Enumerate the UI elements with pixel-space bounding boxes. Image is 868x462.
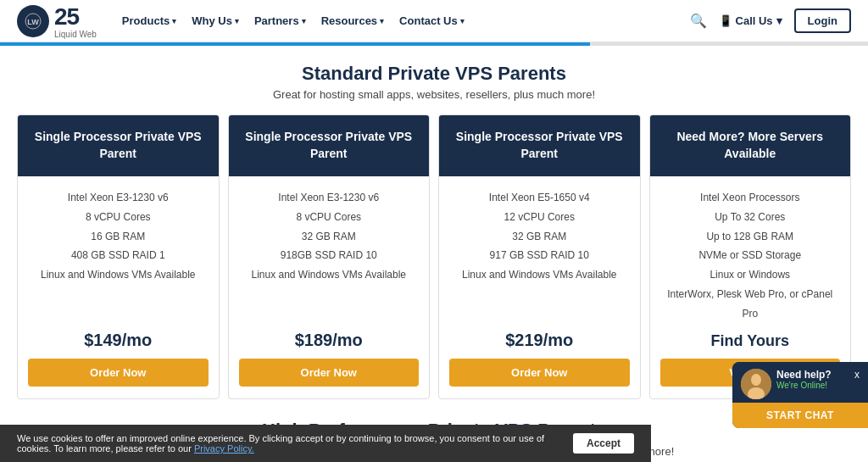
chat-close-button[interactable]: x xyxy=(854,369,860,381)
chat-start-button[interactable]: START CHAT xyxy=(732,403,868,428)
spec-item: 16 GB RAM xyxy=(41,227,196,247)
standard-card-3-header: Single Processor Private VPS Parent xyxy=(439,115,640,176)
spec-item: 12 vCPU Cores xyxy=(462,208,617,227)
standard-card-1-bottom: $149/mo Order Now xyxy=(28,322,209,387)
spec-item: Linux and Windows VMs Available xyxy=(462,265,617,285)
nav-products[interactable]: Products ▾ xyxy=(122,14,176,27)
spec-item: InterWorx, Plesk Web Pro, or cPanel Pro xyxy=(660,285,841,324)
logo: LW 25 Liquid Web xyxy=(17,3,97,39)
standard-card-3: Single Processor Private VPS Parent Inte… xyxy=(438,114,641,399)
spec-item: Linux or Windows xyxy=(660,265,841,285)
standard-card-3-bottom: $219/mo Order Now xyxy=(449,322,630,387)
nav-why-us[interactable]: Why Us ▾ xyxy=(192,14,239,27)
standard-card-1-price: $149/mo xyxy=(84,331,152,350)
svg-text:LW: LW xyxy=(27,18,39,26)
spec-item: NVMe or SSD Storage xyxy=(660,246,841,265)
standard-card-2-order-btn[interactable]: Order Now xyxy=(239,359,420,387)
chat-avatar xyxy=(741,369,771,399)
standard-card-4-find: Find Yours xyxy=(711,332,789,350)
logo-25-text: 25 xyxy=(54,3,97,31)
nav-links: Products ▾ Why Us ▾ Partners ▾ Resources… xyxy=(122,14,690,27)
chat-online-label: We're Online! xyxy=(776,381,849,390)
spec-item: Intel Xeon E3-1230 v6 xyxy=(41,188,196,208)
standard-card-3-specs: Intel Xeon E5-1650 v4 12 vCPU Cores 32 G… xyxy=(462,188,617,322)
standard-card-2: Single Processor Private VPS Parent Inte… xyxy=(228,114,431,399)
nav-contact[interactable]: Contact Us ▾ xyxy=(399,14,465,27)
nav-partners[interactable]: Partners ▾ xyxy=(254,14,306,27)
spec-item: 408 GB SSD RAID 1 xyxy=(41,246,196,265)
standard-card-1: Single Processor Private VPS Parent Inte… xyxy=(17,114,220,399)
spec-item: Up To 32 Cores xyxy=(660,208,841,227)
standard-card-3-body: Intel Xeon E5-1650 v4 12 vCPU Cores 32 G… xyxy=(439,176,640,398)
logo-icon: LW xyxy=(17,5,49,37)
svg-point-3 xyxy=(751,374,761,386)
spec-item: Up to 128 GB RAM xyxy=(660,227,841,247)
privacy-policy-link[interactable]: Privacy Policy. xyxy=(194,443,254,454)
standard-card-1-specs: Intel Xeon E3-1230 v6 8 vCPU Cores 16 GB… xyxy=(41,188,196,322)
spec-item: 918GB SSD RAID 10 xyxy=(251,246,406,265)
spec-item: Linux and Windows VMs Available xyxy=(41,265,196,285)
nav-resources[interactable]: Resources ▾ xyxy=(321,14,384,27)
spec-item: Intel Xeon E3-1230 v6 xyxy=(251,188,406,208)
chat-widget: Need help? We're Online! x START CHAT xyxy=(732,362,868,428)
spec-item: Intel Xeon E5-1650 v4 xyxy=(462,188,617,208)
standard-card-1-header: Single Processor Private VPS Parent xyxy=(18,115,219,176)
navbar: LW 25 Liquid Web Products ▾ Why Us ▾ Par… xyxy=(0,0,868,42)
standard-card-1-order-btn[interactable]: Order Now xyxy=(28,359,209,387)
standard-card-4-header: Need More? More Servers Available xyxy=(650,115,851,176)
standard-section-subtitle: Great for hosting small apps, websites, … xyxy=(17,88,851,101)
standard-card-2-price: $189/mo xyxy=(295,331,363,350)
spec-item: 8 vCPU Cores xyxy=(41,208,196,227)
spec-item: Intel Xeon Processors xyxy=(660,188,841,208)
spec-item: 917 GB SSD RAID 10 xyxy=(462,246,617,265)
cookie-text: We use cookies to offer an improved onli… xyxy=(17,433,559,454)
standard-card-2-body: Intel Xeon E3-1230 v6 8 vCPU Cores 32 GB… xyxy=(229,176,430,398)
login-button[interactable]: Login xyxy=(794,8,851,33)
standard-card-4-specs: Intel Xeon Processors Up To 32 Cores Up … xyxy=(660,188,841,324)
standard-card-1-body: Intel Xeon E3-1230 v6 8 vCPU Cores 16 GB… xyxy=(18,176,219,398)
cookie-accept-button[interactable]: Accept xyxy=(573,433,634,454)
spec-item: 32 GB RAM xyxy=(251,227,406,247)
spec-item: 8 vCPU Cores xyxy=(251,208,406,227)
call-us-link[interactable]: 📱 Call Us ▾ xyxy=(719,14,782,27)
phone-icon: 📱 xyxy=(719,14,732,27)
spec-item: Linux and Windows VMs Available xyxy=(251,265,406,285)
standard-section-title: Standard Private VPS Parents xyxy=(17,63,851,85)
standard-card-2-bottom: $189/mo Order Now xyxy=(239,322,420,387)
chat-header: Need help? We're Online! x xyxy=(732,362,868,403)
nav-actions: 🔍 📱 Call Us ▾ Login xyxy=(690,8,851,33)
standard-card-3-price: $219/mo xyxy=(505,331,573,350)
call-caret: ▾ xyxy=(776,14,782,27)
standard-section-header: Standard Private VPS Parents Great for h… xyxy=(17,63,851,101)
standard-card-3-order-btn[interactable]: Order Now xyxy=(449,359,630,387)
logo-brand-text: Liquid Web xyxy=(54,31,97,39)
spec-item: 32 GB RAM xyxy=(462,227,617,247)
standard-card-2-header: Single Processor Private VPS Parent xyxy=(229,115,430,176)
cookie-bar: We use cookies to offer an improved onli… xyxy=(0,425,651,462)
standard-card-2-specs: Intel Xeon E3-1230 v6 8 vCPU Cores 32 GB… xyxy=(251,188,406,322)
standard-cards-grid: Single Processor Private VPS Parent Inte… xyxy=(17,114,851,399)
chat-text: Need help? We're Online! xyxy=(776,369,849,390)
search-icon[interactable]: 🔍 xyxy=(690,13,707,29)
call-us-label: Call Us xyxy=(736,14,773,27)
chat-title: Need help? xyxy=(776,369,849,381)
standard-card-4: Need More? More Servers Available Intel … xyxy=(649,114,852,399)
